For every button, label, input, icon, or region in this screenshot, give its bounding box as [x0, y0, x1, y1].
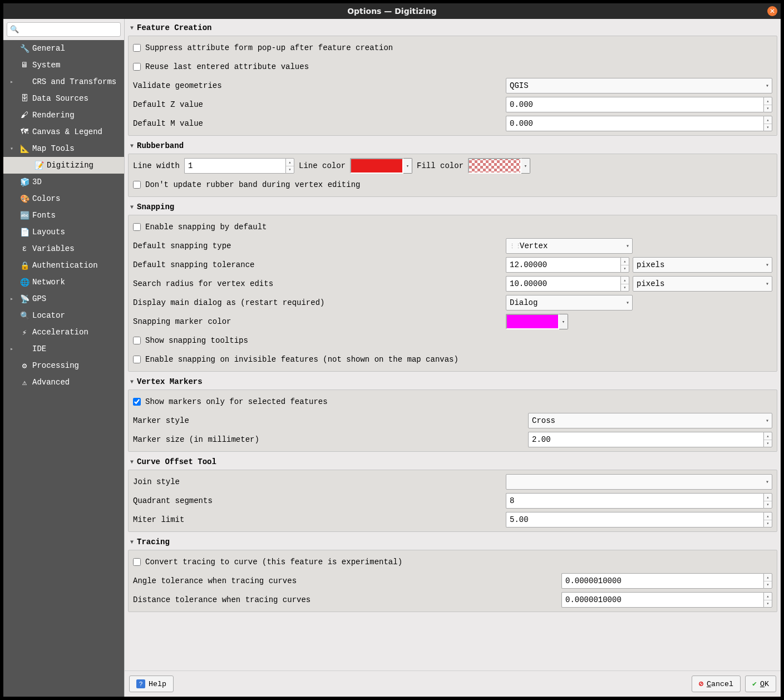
snapping-type-select[interactable]: Vertex	[506, 238, 633, 254]
sidebar-item-layouts[interactable]: 📄Layouts	[3, 224, 124, 240]
default-z-input[interactable]	[506, 97, 763, 112]
snapping-marker-color-button[interactable]: ▾	[506, 314, 568, 329]
sidebar-item-data-sources[interactable]: 🗄Data Sources	[3, 90, 124, 107]
spin-up[interactable]: ▴	[764, 116, 772, 124]
close-icon[interactable]: ✕	[767, 6, 777, 16]
fill-color-button[interactable]: ▾	[468, 158, 530, 174]
spin-down[interactable]: ▾	[764, 581, 772, 589]
miter-limit-input[interactable]	[506, 512, 763, 528]
cancel-button[interactable]: ⊘ Cancel	[692, 676, 741, 692]
sidebar-item-digitizing[interactable]: 📝Digitizing	[3, 157, 124, 174]
spin-down[interactable]: ▾	[764, 440, 772, 447]
dont-update-rubberband-checkbox[interactable]	[133, 181, 141, 189]
quadrant-segments-input[interactable]	[506, 493, 763, 509]
chevron-down-icon[interactable]: ▾	[521, 158, 530, 174]
spin-down[interactable]: ▾	[764, 105, 772, 112]
sidebar-item-advanced[interactable]: ⚠Advanced	[3, 374, 124, 391]
sidebar-item-fonts[interactable]: 🔤Fonts	[3, 207, 124, 224]
snapping-tolerance-input[interactable]	[506, 257, 620, 273]
spin-up[interactable]: ▴	[764, 593, 772, 600]
sidebar-item-3d[interactable]: 🧊3D	[3, 174, 124, 190]
default-m-input[interactable]	[506, 116, 763, 131]
enable-snapping-invisible-checkbox[interactable]	[133, 356, 141, 363]
ok-button[interactable]: ✔ OK	[745, 676, 776, 692]
show-markers-selected-checkbox[interactable]	[133, 398, 141, 406]
search-input[interactable]	[7, 22, 121, 37]
nav-item-label: Network	[32, 278, 65, 287]
nav-item-icon: 🗺	[20, 127, 29, 136]
disclose-icon[interactable]: ▼	[130, 379, 134, 385]
show-snapping-tooltips-checkbox[interactable]	[133, 337, 141, 344]
tree-expand-icon[interactable]: ▸	[10, 295, 13, 302]
help-button[interactable]: ? Help	[129, 676, 174, 692]
window-titlebar: Options — Digitizing ✕	[3, 3, 781, 19]
spin-up[interactable]: ▴	[764, 432, 772, 440]
sidebar-item-locator[interactable]: 🔍Locator	[3, 307, 124, 324]
convert-tracing-checkbox[interactable]	[133, 558, 141, 566]
validate-select[interactable]: QGIS	[506, 78, 772, 93]
spin-up[interactable]: ▴	[764, 97, 772, 105]
sidebar-item-variables[interactable]: εVariables	[3, 240, 124, 257]
sidebar-item-general[interactable]: 🔧General	[3, 40, 124, 57]
sidebar-item-ide[interactable]: ▸IDE	[3, 341, 124, 357]
reuse-last-checkbox[interactable]	[133, 63, 141, 71]
quadrant-segments-label: Quadrant segments	[133, 496, 506, 505]
marker-size-input[interactable]	[528, 432, 763, 447]
spin-up[interactable]: ▴	[286, 159, 294, 166]
nav-item-label: Colors	[32, 194, 60, 203]
tree-expand-icon[interactable]: ▾	[10, 145, 13, 152]
disclose-icon[interactable]: ▼	[130, 143, 134, 149]
distance-tolerance-input[interactable]	[561, 592, 763, 608]
marker-style-select[interactable]: Cross	[528, 413, 772, 428]
nav-item-icon: 🎨	[20, 194, 29, 204]
snapping-tolerance-unit-select[interactable]: pixels	[633, 257, 772, 273]
disclose-icon[interactable]: ▼	[130, 539, 134, 545]
spin-up[interactable]: ▴	[621, 258, 629, 265]
enable-snapping-checkbox[interactable]	[133, 223, 141, 231]
sidebar-item-network[interactable]: 🌐Network	[3, 274, 124, 290]
sidebar-item-rendering[interactable]: 🖌Rendering	[3, 107, 124, 124]
sidebar-item-canvas-legend[interactable]: 🗺Canvas & Legend	[3, 124, 124, 140]
spin-down[interactable]: ▾	[764, 520, 772, 528]
sidebar-item-crs-and-transforms[interactable]: ▸CRS and Transforms	[3, 73, 124, 90]
line-color-button[interactable]: ▾	[350, 158, 412, 174]
line-color-label: Line color	[299, 161, 346, 170]
sidebar-item-gps[interactable]: ▸📡GPS	[3, 290, 124, 307]
disclose-icon[interactable]: ▼	[130, 459, 134, 465]
suppress-popup-checkbox[interactable]	[133, 44, 141, 52]
enable-snapping-invisible-label: Enable snapping on invisible features (n…	[145, 355, 458, 364]
sidebar-item-processing[interactable]: ⚙Processing	[3, 357, 124, 374]
sidebar-item-authentication[interactable]: 🔒Authentication	[3, 257, 124, 274]
spin-up[interactable]: ▴	[764, 494, 772, 501]
spin-down[interactable]: ▾	[621, 284, 629, 292]
angle-tolerance-input[interactable]	[561, 573, 763, 589]
sidebar-item-system[interactable]: 🖥System	[3, 57, 124, 73]
tree-expand-icon[interactable]: ▸	[10, 78, 13, 85]
sidebar-item-map-tools[interactable]: ▾📐Map Tools	[3, 140, 124, 157]
color-swatch-red	[350, 158, 403, 174]
spin-down[interactable]: ▾	[621, 265, 629, 273]
line-width-input[interactable]	[184, 158, 285, 174]
vertex-icon: ⋮⋮	[509, 243, 521, 250]
fill-color-label: Fill color	[417, 161, 464, 170]
spin-up[interactable]: ▴	[621, 277, 629, 284]
color-swatch-magenta	[506, 314, 559, 329]
section-title-curve-offset: Curve Offset Tool	[137, 457, 216, 466]
spin-down[interactable]: ▾	[286, 166, 294, 174]
chevron-down-icon[interactable]: ▾	[403, 158, 412, 174]
spin-down[interactable]: ▾	[764, 600, 772, 608]
tree-expand-icon[interactable]: ▸	[10, 346, 13, 352]
disclose-icon[interactable]: ▼	[130, 204, 134, 210]
sidebar-item-colors[interactable]: 🎨Colors	[3, 190, 124, 207]
spin-down[interactable]: ▾	[764, 501, 772, 509]
chevron-down-icon[interactable]: ▾	[559, 314, 568, 329]
search-radius-input[interactable]	[506, 276, 620, 292]
disclose-icon[interactable]: ▼	[130, 25, 134, 31]
spin-up[interactable]: ▴	[764, 574, 772, 581]
sidebar-item-acceleration[interactable]: ⚡Acceleration	[3, 324, 124, 341]
join-style-select[interactable]	[506, 474, 772, 490]
spin-down[interactable]: ▾	[764, 124, 772, 131]
spin-up[interactable]: ▴	[764, 512, 772, 520]
display-dialog-select[interactable]: Dialog	[506, 295, 633, 310]
search-radius-unit-select[interactable]: pixels	[633, 276, 772, 292]
